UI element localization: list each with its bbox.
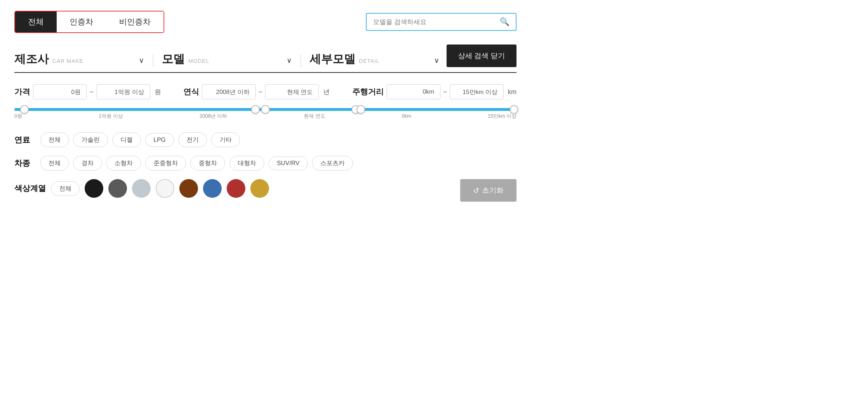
fuel-section: 연료 전체 가솔린 디젤 LPG 전기 기타	[14, 132, 516, 147]
detail-sub-label: DETAIL	[359, 58, 379, 64]
car-type-label: 차종	[14, 158, 36, 169]
year-tilde: ~	[259, 88, 263, 96]
car-type-section: 차종 전체 경차 소형차 준중형차 중형차 대형차 SUV/RV 스포츠카	[14, 156, 516, 170]
fuel-label: 연료	[14, 135, 36, 145]
fuel-option-all[interactable]: 전체	[40, 132, 69, 147]
fuel-option-other[interactable]: 기타	[211, 132, 240, 147]
slider-label-mileage-min: 0km	[402, 113, 411, 120]
mileage-min-input[interactable]	[387, 84, 440, 99]
reset-icon: ↺	[473, 186, 479, 195]
price-min-handle[interactable]	[20, 105, 29, 114]
car-type-micro[interactable]: 경차	[73, 156, 102, 170]
search-icon[interactable]: 🔍	[500, 17, 509, 27]
color-circle-white[interactable]	[156, 179, 174, 198]
year-range-group: 연식 ~ 년	[183, 84, 330, 99]
mileage-tilde: ~	[443, 88, 447, 96]
reset-label: 초기화	[482, 186, 504, 195]
search-box: 🔍	[366, 13, 516, 31]
year-label: 연식	[183, 87, 199, 97]
slider-label-year-max: 현재 연도	[304, 113, 325, 120]
price-range-group: 가격 ~ 원	[14, 84, 161, 99]
year-min-input[interactable]	[202, 84, 256, 99]
color-circle-dark-gray[interactable]	[108, 179, 127, 198]
color-circle-black[interactable]	[85, 179, 103, 198]
model-sub-label: MODEL	[188, 58, 209, 64]
model-main-label: 모델	[162, 51, 185, 67]
mileage-max-handle[interactable]	[510, 105, 518, 114]
search-input[interactable]	[373, 18, 500, 26]
slider-track	[14, 108, 516, 111]
mileage-unit: km	[508, 88, 516, 96]
slider-labels: 0원 1억원 이상 2008년 이하 현재 연도 0km 15만km 이상	[14, 113, 516, 120]
tab-certified[interactable]: 인증차	[57, 11, 106, 32]
color-section: 색상계열 전체	[14, 179, 269, 198]
fuel-option-lpg[interactable]: LPG	[145, 133, 174, 147]
manufacturer-main-label: 제조사	[14, 51, 49, 67]
reset-button[interactable]: ↺ 초기화	[460, 179, 516, 202]
slider-label-price-max: 1억원 이상	[99, 113, 123, 120]
fuel-option-gasoline[interactable]: 가솔린	[73, 132, 108, 147]
mileage-max-input[interactable]	[450, 84, 504, 99]
price-min-input[interactable]	[33, 84, 87, 99]
mileage-min-handle[interactable]	[357, 105, 365, 114]
slider-label-year-min: 2008년 이하	[199, 113, 227, 120]
manufacturer-chevron: ∨	[139, 56, 144, 65]
tab-uncertified[interactable]: 비인증차	[106, 11, 164, 32]
range-slider-area: 0원 1억원 이상 2008년 이하 현재 연도 0km 15만km 이상	[14, 108, 516, 120]
car-type-suv[interactable]: SUV/RV	[269, 156, 308, 170]
car-type-all[interactable]: 전체	[40, 156, 69, 170]
car-type-mid[interactable]: 중형차	[190, 156, 225, 170]
color-circle-blue[interactable]	[203, 179, 222, 198]
model-chevron: ∨	[287, 56, 292, 65]
mileage-label: 주행거리	[352, 87, 384, 97]
filter-dropdown-row: 제조사 CAR MAKE ∨ 모델 MODEL ∨ 세부모델 DETAIL ∨ …	[14, 45, 516, 73]
manufacturer-sub-label: CAR MAKE	[52, 58, 83, 64]
color-circle-light-gray[interactable]	[132, 179, 151, 198]
detail-main-label: 세부모델	[310, 51, 355, 67]
car-type-large[interactable]: 대형차	[230, 156, 264, 170]
detail-chevron: ∨	[434, 56, 439, 65]
fuel-option-electric[interactable]: 전기	[178, 132, 207, 147]
price-tilde: ~	[90, 88, 94, 96]
price-label: 가격	[14, 87, 30, 97]
color-and-reset-row: 색상계열 전체 ↺ 초기화	[14, 179, 516, 209]
car-type-sports[interactable]: 스포츠카	[312, 156, 353, 170]
filter-tabs: 전체 인증차 비인증차	[14, 11, 164, 33]
slider-label-price-min: 0원	[14, 113, 22, 120]
car-type-compact[interactable]: 준중형차	[145, 156, 186, 170]
price-max-handle[interactable]	[251, 105, 260, 114]
year-max-input[interactable]	[265, 84, 319, 99]
color-label: 색상계열	[14, 183, 46, 194]
color-circle-red[interactable]	[227, 179, 245, 198]
mileage-range-group: 주행거리 ~ km	[352, 84, 517, 99]
detail-filter[interactable]: 세부모델 DETAIL ∨	[310, 51, 439, 67]
price-max-input[interactable]	[96, 84, 150, 99]
price-unit: 원	[155, 88, 161, 96]
color-circle-gold[interactable]	[250, 179, 269, 198]
slider-label-mileage-max: 15만km 이상	[488, 113, 516, 120]
color-circle-brown[interactable]	[179, 179, 198, 198]
year-unit: 년	[323, 88, 330, 96]
manufacturer-filter[interactable]: 제조사 CAR MAKE ∨	[14, 51, 144, 67]
car-type-small[interactable]: 소형차	[106, 156, 141, 170]
range-inputs-row: 가격 ~ 원 연식 ~ 년 주행거리 ~ km	[14, 84, 516, 99]
model-filter[interactable]: 모델 MODEL ∨	[162, 51, 292, 67]
color-option-all[interactable]: 전체	[51, 181, 80, 196]
year-min-handle[interactable]	[261, 105, 270, 114]
top-bar: 전체 인증차 비인증차 🔍	[14, 11, 516, 33]
close-search-button[interactable]: 상세 검색 닫기	[447, 45, 516, 67]
tab-all[interactable]: 전체	[15, 11, 57, 32]
fuel-option-diesel[interactable]: 디젤	[112, 132, 141, 147]
